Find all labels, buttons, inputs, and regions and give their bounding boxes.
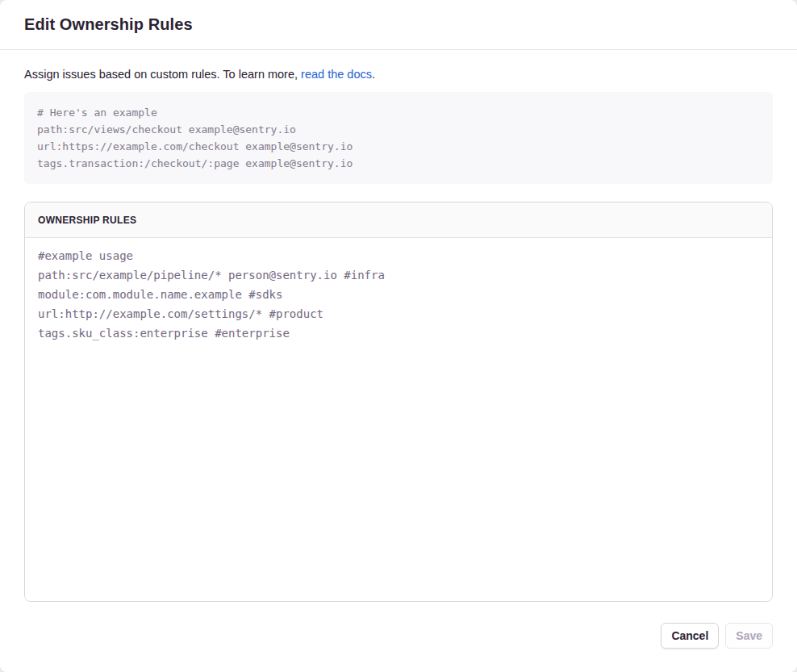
modal-header: Edit Ownership Rules: [0, 0, 797, 50]
modal-body: Assign issues based on custom rules. To …: [0, 50, 797, 672]
ownership-rules-editor[interactable]: #example usage path:src/example/pipeline…: [25, 238, 772, 601]
example-code-block: # Here's an example path:src/views/check…: [24, 92, 773, 184]
read-the-docs-link[interactable]: read the docs: [301, 68, 372, 81]
ownership-rules-panel-header: OWNERSHIP RULES: [25, 202, 772, 238]
ownership-rules-panel: OWNERSHIP RULES #example usage path:src/…: [24, 202, 773, 602]
modal-footer: Cancel Save: [24, 623, 773, 649]
cancel-button[interactable]: Cancel: [661, 623, 719, 649]
modal-title: Edit Ownership Rules: [24, 15, 193, 34]
edit-ownership-rules-modal: Edit Ownership Rules Assign issues based…: [0, 0, 797, 672]
description-period: .: [372, 68, 375, 81]
save-button[interactable]: Save: [725, 623, 773, 649]
screen: Edit Ownership Rules Assign issues based…: [0, 0, 797, 672]
description-text: Assign issues based on custom rules. To …: [24, 68, 301, 81]
ownership-rules-label: OWNERSHIP RULES: [38, 215, 136, 226]
description: Assign issues based on custom rules. To …: [24, 66, 773, 82]
